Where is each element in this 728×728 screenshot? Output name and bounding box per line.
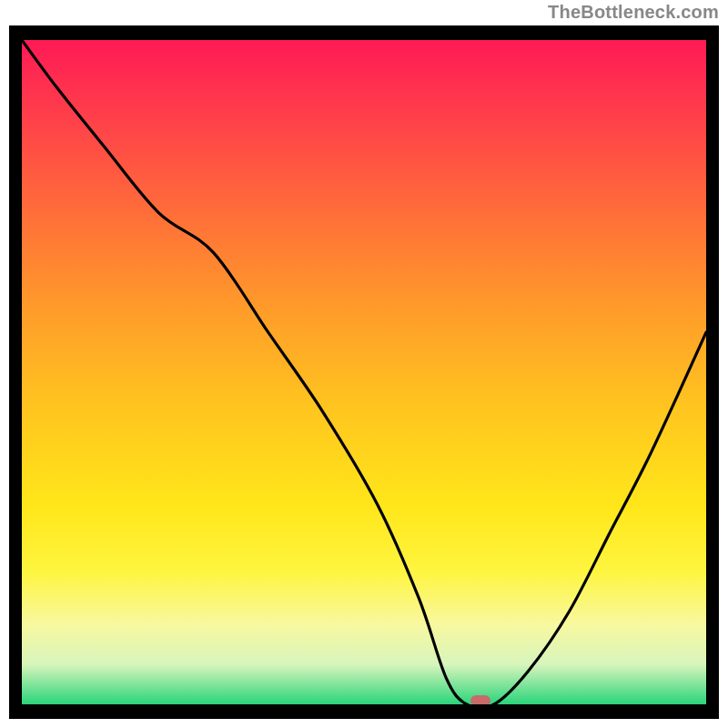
bottleneck-curve — [22, 40, 706, 704]
attribution-text: TheBottleneck.com — [548, 2, 719, 23]
curve-path — [22, 40, 706, 704]
chart-stage: TheBottleneck.com — [0, 0, 728, 728]
plot-area — [22, 40, 706, 704]
optimal-marker — [470, 695, 490, 704]
